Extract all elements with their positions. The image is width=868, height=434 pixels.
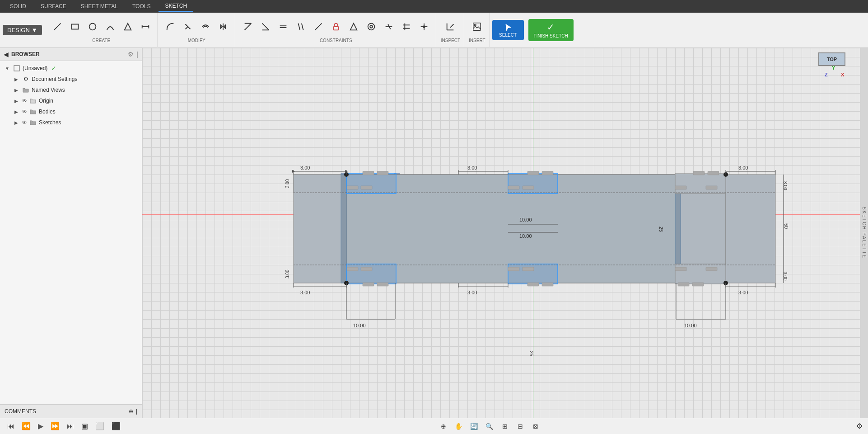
browser-settings-icon[interactable]: ⚙: [128, 51, 134, 58]
tree-item-unsaved[interactable]: ▼ (Unsaved) ✓: [0, 63, 142, 74]
origin-folder-icon: [29, 97, 37, 105]
svg-rect-54: [675, 264, 726, 284]
triangle-tool[interactable]: [120, 17, 136, 36]
eye-icon-sketches[interactable]: 👁: [22, 119, 27, 126]
step-forward-button[interactable]: ⏩: [49, 421, 61, 431]
svg-text:3.00: 3.00: [738, 165, 748, 170]
tree-item-doc-settings[interactable]: ▶ ⚙ Document Settings: [9, 74, 142, 85]
line-tool[interactable]: [49, 17, 65, 36]
svg-rect-114: [377, 283, 388, 286]
tangent-constraint[interactable]: [310, 17, 327, 36]
concentric-constraint[interactable]: [363, 17, 379, 36]
go-to-start-button[interactable]: ⏮: [5, 421, 16, 431]
tree-item-sketches[interactable]: ▶ 👁 Sketches: [9, 117, 142, 128]
go-to-end-button[interactable]: ⏭: [65, 421, 76, 431]
expand-icon[interactable]: ▼: [4, 65, 11, 72]
svg-rect-124: [706, 186, 717, 189]
sketch-palette: SKETCH PALETTE: [860, 48, 868, 418]
zoom-control[interactable]: 🔍: [483, 421, 496, 432]
svg-rect-125: [347, 267, 358, 271]
perpendicular-constraint[interactable]: [257, 17, 274, 36]
expand-bodies-icon[interactable]: ▶: [13, 108, 20, 115]
tree-item-bodies[interactable]: ▶ 👁 Bodies: [9, 106, 142, 117]
tab-tools[interactable]: TOOLS: [126, 1, 157, 11]
display-mode-button-2[interactable]: ⬜: [93, 421, 106, 431]
create-group: CREATE: [46, 13, 158, 48]
svg-line-0: [54, 24, 61, 30]
zoom-fit-control[interactable]: ⊞: [499, 421, 511, 432]
lock-constraint[interactable]: [328, 17, 344, 36]
tab-sheet-metal[interactable]: SHEET METAL: [75, 1, 124, 11]
tree-item-origin[interactable]: ▶ 👁 Origin: [9, 95, 142, 106]
eye-icon-bodies[interactable]: 👁: [22, 108, 27, 115]
insert-image-tool[interactable]: [469, 17, 485, 36]
collinear-constraint[interactable]: [381, 17, 397, 36]
folder-icon: [22, 86, 30, 94]
svg-rect-48: [346, 174, 396, 193]
tab-sketch[interactable]: SKETCH: [159, 1, 193, 12]
expand-sketches-icon[interactable]: ▶: [13, 119, 20, 126]
svg-rect-21: [333, 27, 338, 30]
midpoint-constraint[interactable]: [345, 17, 362, 36]
measure-tool[interactable]: [442, 17, 458, 36]
tree-label-sketches: Sketches: [39, 119, 61, 126]
circle-tool[interactable]: [84, 17, 101, 36]
step-back-button[interactable]: ⏪: [20, 421, 33, 431]
expand-named-views-icon[interactable]: ▶: [13, 86, 20, 94]
insert-group: INSERT: [465, 13, 490, 48]
comments-settings-icon[interactable]: |: [136, 408, 137, 415]
sketches-folder-icon: [29, 118, 37, 127]
tree-item-named-views[interactable]: ▶ Named Views: [9, 85, 142, 95]
svg-rect-126: [361, 267, 372, 271]
play-button[interactable]: ▶: [36, 421, 45, 431]
equal-constraint[interactable]: [275, 17, 291, 36]
comments-label: COMMENTS: [5, 408, 36, 415]
svg-rect-121: [508, 186, 519, 189]
design-button[interactable]: DESIGN ▼: [3, 25, 42, 35]
component-icon: [13, 64, 21, 72]
browser-pin-icon[interactable]: |: [136, 51, 138, 58]
display-mode-button-3[interactable]: ⬛: [110, 421, 122, 431]
point-constraint[interactable]: [416, 17, 432, 36]
trim-tool[interactable]: [180, 17, 196, 36]
svg-rect-117: [678, 283, 689, 286]
svg-line-19: [302, 24, 303, 30]
fillet-tool[interactable]: [162, 17, 178, 36]
svg-text:3.00: 3.00: [467, 165, 477, 170]
tab-surface[interactable]: SURFACE: [34, 1, 73, 11]
expand-doc-icon[interactable]: ▶: [13, 75, 20, 83]
svg-rect-56: [508, 264, 558, 284]
origin-control[interactable]: ⊕: [437, 421, 450, 432]
svg-rect-118: [692, 283, 704, 286]
orbit-control[interactable]: 🔄: [468, 421, 481, 432]
line-segment-tool[interactable]: [137, 17, 154, 36]
svg-text:50: 50: [784, 223, 789, 229]
finish-sketch-button[interactable]: ✓ FINISH SKETCH: [528, 19, 574, 41]
display-settings[interactable]: ⊠: [529, 421, 542, 432]
offset-tool[interactable]: [197, 17, 214, 36]
coincident-constraint[interactable]: [240, 17, 256, 36]
arc-tool[interactable]: [102, 17, 118, 36]
eye-icon-origin[interactable]: 👁: [22, 98, 27, 104]
settings-icon[interactable]: ⚙: [856, 422, 863, 430]
pan-control[interactable]: ✋: [453, 421, 465, 432]
grid-control[interactable]: ⊟: [514, 421, 527, 432]
horizontal-constraint[interactable]: [398, 17, 415, 36]
comments-add-icon[interactable]: ⊕: [129, 408, 133, 415]
inspect-group: INSPECT: [437, 13, 464, 48]
browser-collapse-icon[interactable]: ◀: [4, 51, 9, 58]
svg-text:3.00: 3.00: [285, 269, 290, 278]
expand-origin-icon[interactable]: ▶: [13, 97, 20, 104]
canvas[interactable]: TOP Y X Z: [142, 48, 868, 418]
toolbar: DESIGN ▼: [0, 13, 868, 48]
svg-marker-22: [350, 24, 357, 30]
mirror-tool[interactable]: [215, 17, 231, 36]
parallel-constraint[interactable]: [293, 17, 309, 36]
rectangle-tool[interactable]: [67, 17, 83, 36]
constraints-group: CONSTRAINTS: [236, 13, 436, 48]
tree-label-unsaved: (Unsaved): [23, 65, 47, 71]
display-mode-button-1[interactable]: ▣: [79, 421, 90, 431]
select-button[interactable]: SELECT: [492, 20, 524, 40]
tab-solid[interactable]: SOLID: [4, 1, 33, 11]
svg-rect-110: [542, 171, 553, 175]
